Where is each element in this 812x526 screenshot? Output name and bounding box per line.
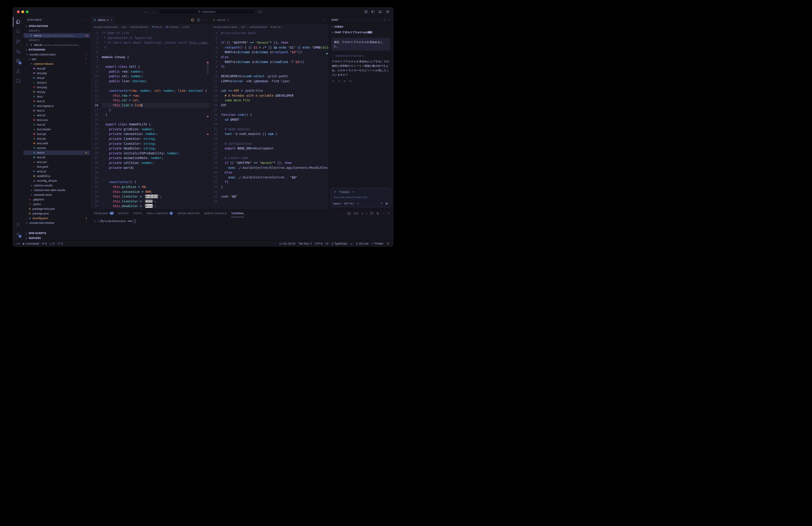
section-npm-scripts[interactable]: ▸ NPM SCRIPTS [24, 231, 90, 236]
tree-file-test.sql[interactable]: SQtest.sql [24, 132, 90, 136]
split-editor-icon[interactable] [197, 18, 200, 21]
tree-folder-colorize-results[interactable]: ▸colorize-results [24, 183, 90, 188]
terminal[interactable]: ○~/D/v/extensions>>> [90, 217, 393, 241]
breadcrumb-item[interactable]: {}Conway [166, 26, 178, 28]
breadcrumb-item[interactable]: colorize-fixtures [130, 26, 148, 28]
section-open-editors[interactable]: ▾ OPEN EDITORS [24, 24, 90, 29]
sync-button[interactable]: ▾ [258, 10, 262, 13]
breadcrumb-item[interactable]: test [122, 26, 126, 28]
panel-tab-serial-monitor[interactable]: SERIAL MONITOR [178, 210, 200, 217]
breadcrumb-item[interactable]: vscode-colorize-tests [213, 26, 237, 28]
tree-file-package-lock.json[interactable]: {}package-lock.json [24, 207, 90, 211]
statusbar-item-lf[interactable]: LF [324, 241, 330, 246]
chat-input-placeholder[interactable]: Describe what to build next [333, 195, 388, 201]
chat-input[interactable]: TS test.ts + Describe what to build next… [331, 188, 391, 207]
tree-file-test.pl[interactable]: PLtest.pl [24, 75, 90, 80]
statusbar-item-go-live[interactable]: ◎Go Live [354, 241, 370, 246]
tree-file-tsconfig.json[interactable]: {}tsconfig.json1 [24, 216, 90, 221]
tree-file-test.regexp.ts[interactable]: TStest.regexp.ts [24, 104, 90, 108]
tree-file-test.xml[interactable]: <>test.xml [24, 160, 90, 164]
close-window-button[interactable] [17, 11, 19, 13]
tree-file-test6916.js[interactable]: JStest6916.js [24, 174, 90, 178]
attach-icon[interactable] [333, 191, 336, 194]
panel-tab-ports[interactable]: PORTS [133, 210, 142, 217]
tree-folder-colorize-tree-sitter-results[interactable]: ▸colorize-tree-sitter-results [24, 188, 90, 192]
command-center-search[interactable]: extensions [159, 9, 255, 14]
run-debug-icon[interactable] [13, 46, 23, 56]
tree-file-package.json[interactable]: {}package.json [24, 211, 90, 216]
tree-file-test.sty[interactable]: §test.sty [24, 136, 90, 141]
statusbar-item-remote[interactable]: >< [15, 241, 21, 246]
more-actions-icon[interactable]: ⋯ [203, 18, 206, 22]
code-editor-test-sh[interactable]: 1234567891011121314151617181920212223242… [209, 30, 329, 209]
codex-section[interactable]: ▸ CODEX [329, 24, 393, 29]
tree-file-test.shader[interactable]: ≡test.shader [24, 127, 90, 132]
tree-file-test.rb[interactable]: RBtest.rb [24, 99, 90, 104]
statusbar-item-utf-8[interactable]: UTF-8 [313, 241, 324, 246]
tree-file-test2.pl[interactable]: PLtest2.pl [24, 169, 90, 174]
tree-folder-vscode-colorize-tests[interactable]: ▾vscode-colorize-tests● [24, 52, 90, 57]
close-tab-icon[interactable]: × [110, 18, 112, 21]
open-editor-item-test.sh[interactable]: ×$test.shvscode-colorize-tests/test/colo… [24, 43, 90, 47]
chat-maximize-icon[interactable] [383, 18, 386, 21]
panel-tab-debug-console[interactable]: DEBUG CONSOLE [204, 210, 227, 217]
tree-file-test.rst[interactable]: ≣test.rst [24, 113, 90, 118]
tree-file-test.scss[interactable]: SCtest.scss [24, 118, 90, 122]
tree-file-.npmrc[interactable]: n.npmrc [24, 202, 90, 207]
tree-file-test.rs[interactable]: RStest.rs [24, 108, 90, 113]
statusbar-item-6[interactable]: ⊗6 [41, 241, 48, 246]
panel-more-actions-icon[interactable]: ⋯ [382, 212, 385, 215]
customize-layout-icon[interactable] [364, 10, 368, 13]
tree-folder-test[interactable]: ▾test● [24, 57, 90, 61]
zoom-window-button[interactable] [26, 11, 29, 13]
tree-file-test.php[interactable]: PHtest.php [24, 71, 90, 75]
search-view-icon[interactable] [13, 27, 23, 36]
tools-icon[interactable] [357, 202, 360, 205]
terminal-profile-icon[interactable] [347, 212, 351, 215]
panel-tab-problems[interactable]: PROBLEMS10 [94, 210, 114, 217]
overview-ruler[interactable] [325, 30, 329, 209]
breadcrumb-item[interactable]: $test.sh [271, 26, 281, 28]
tree-file-test.ts[interactable]: TStest.ts5 [24, 150, 90, 155]
tree-file-test.ps1[interactable]: >_test.ps1 [24, 80, 90, 85]
colorize-status-icon[interactable] [191, 19, 194, 21]
tab-test-ts[interactable]: TS test.ts 5 × [90, 16, 115, 24]
statusbar-item-0[interactable]: △0 [48, 241, 56, 246]
statusbar-item-launchpad[interactable]: ▶Launchpad [21, 241, 41, 246]
accounts-icon[interactable] [13, 220, 23, 229]
tree-file-tsconfig_off.json[interactable]: {}tsconfig_off.json [24, 178, 90, 183]
extensions-icon[interactable]: 1 [13, 56, 23, 66]
statusbar-item-typescript[interactable]: {}TypeScript [330, 241, 349, 246]
tab-test-sh[interactable]: $ test.sh × [209, 16, 232, 24]
back-button[interactable]: ← [144, 10, 148, 14]
tree-file-test.swift[interactable]: SWtest.swift [24, 141, 90, 146]
tree-file-test.pug[interactable]: PGtest.pug [24, 85, 90, 90]
breadcrumb-item[interactable]: ◇Cell [182, 26, 189, 28]
toggle-panel-icon[interactable] [378, 10, 382, 13]
chat-more-actions-icon[interactable]: ⋯ [378, 18, 381, 21]
voice-input-icon[interactable] [380, 202, 383, 205]
panel-tab-output[interactable]: OUTPUT [118, 210, 129, 217]
open-editor-item-test.ts[interactable]: ×TStest.tsvscode-colorize-tests/test/co.… [24, 33, 90, 38]
split-terminal-icon[interactable] [370, 212, 373, 215]
chat-close-icon[interactable]: × [389, 18, 390, 21]
breadcrumb-item[interactable]: colorize-fixtures [249, 26, 267, 28]
section-workspace[interactable]: ▾ EXTENSIONS [24, 47, 90, 52]
toggle-sidebar-icon[interactable] [371, 10, 375, 13]
close-panel-icon[interactable]: × [388, 212, 390, 215]
close-tab-icon[interactable]: × [228, 18, 229, 21]
tree-file-test.tex[interactable]: TXtest.tex [24, 146, 90, 150]
statusbar-item-bell[interactable] [385, 241, 391, 246]
minimize-window-button[interactable] [21, 11, 24, 13]
retry-icon[interactable] [337, 80, 340, 82]
testing-icon[interactable] [13, 66, 23, 76]
kill-terminal-icon[interactable] [376, 212, 379, 215]
breadcrumb-item[interactable]: TStest.ts [152, 26, 162, 28]
panel-tab-spell-checker[interactable]: SPELL CHECKER4 [147, 210, 173, 217]
panel-tab-terminal[interactable]: TERMINAL [231, 210, 244, 217]
chat-thread-section[interactable]: ▾ CHAT: アポカリプスホテルの感想 [329, 29, 393, 35]
send-icon[interactable] [385, 202, 388, 205]
breadcrumb-item[interactable]: vscode-colorize-tests [94, 26, 118, 28]
tree-file-test.vb[interactable]: VBtest.vb [24, 155, 90, 160]
section-servers[interactable]: ▸ SERVERS [24, 236, 90, 241]
